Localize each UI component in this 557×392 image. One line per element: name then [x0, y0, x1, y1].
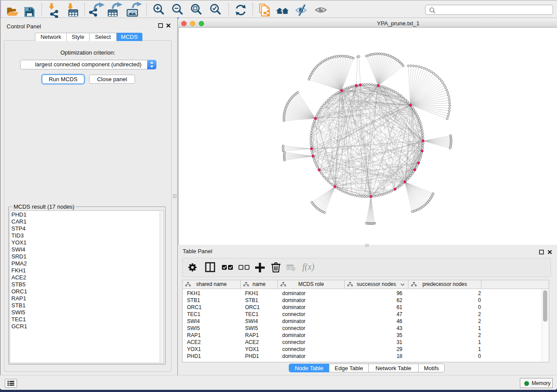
svg-text:f(x): f(x) [302, 262, 315, 272]
